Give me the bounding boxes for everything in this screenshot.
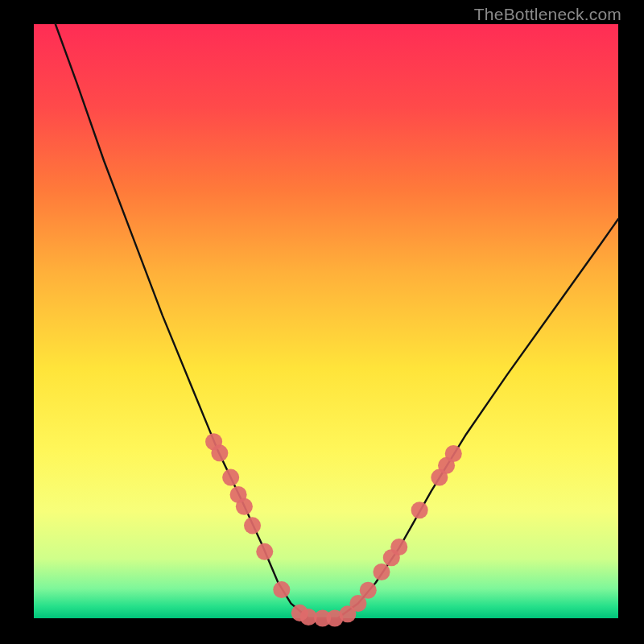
- data-bead: [211, 444, 228, 461]
- chart-svg: [34, 24, 618, 618]
- data-bead: [236, 498, 253, 515]
- data-bead: [411, 502, 428, 518]
- chart-stage: TheBottleneck.com: [0, 0, 644, 644]
- watermark-text: TheBottleneck.com: [474, 5, 621, 24]
- data-bead: [373, 564, 390, 580]
- data-bead: [244, 517, 261, 534]
- data-bead: [445, 445, 462, 462]
- plot-area: [34, 24, 618, 618]
- data-bead: [256, 543, 273, 560]
- data-bead: [360, 582, 377, 599]
- data-bead: [222, 469, 239, 486]
- bottleneck-curve: [56, 24, 618, 618]
- data-bead: [273, 581, 290, 598]
- data-bead: [390, 539, 407, 555]
- data-beads-group: [205, 433, 462, 626]
